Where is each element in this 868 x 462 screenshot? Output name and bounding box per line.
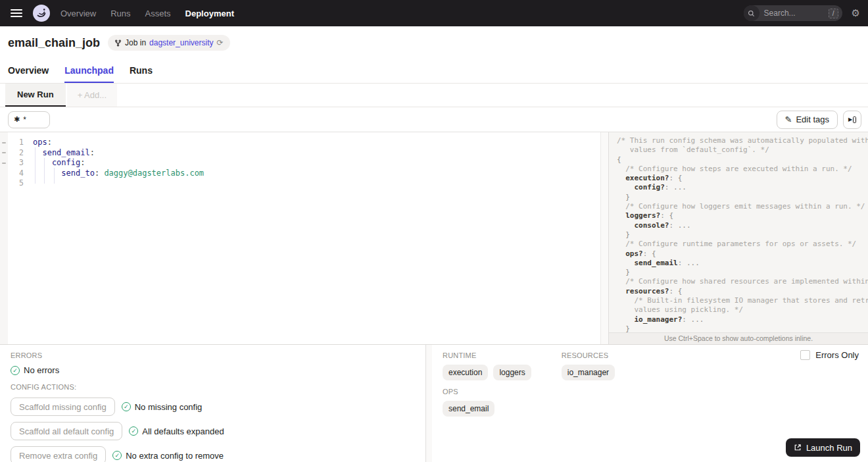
tag-group-resources: RESOURCESio_manager [562, 351, 615, 380]
schema-lines: /* This run config schema was automatica… [609, 132, 868, 334]
fold-marker [0, 148, 8, 159]
autocomplete-hint: Use Ctrl+Space to show auto-completions … [609, 332, 868, 344]
code-line: send_email: [33, 148, 600, 159]
nav-links: OverviewRunsAssetsDeployment [60, 9, 234, 18]
config-editor[interactable]: ops: send_email: config: send_to: daggy@… [28, 132, 600, 344]
config-action-status: ✓All defaults expanded [129, 426, 224, 436]
config-action-button[interactable]: Scaffold all default config [11, 422, 122, 440]
bottom-panel-splitter[interactable] [425, 345, 432, 462]
config-action-status: ✓No extra config to remove [112, 451, 224, 461]
tab-runs[interactable]: Runs [130, 65, 153, 83]
editor-schema-splitter[interactable] [600, 132, 608, 344]
fold-marker [0, 168, 8, 179]
schema-line: ops?: { [617, 249, 868, 259]
code-line [33, 178, 600, 189]
op-selection-input[interactable]: ✱ * [8, 111, 50, 128]
edit-tags-button[interactable]: ✎ Edit tags [777, 111, 838, 129]
editor-code-lines: ops: send_email: config: send_to: daggy@… [33, 138, 600, 189]
job-location-badge: Job in dagster_university ⟳ [108, 35, 229, 51]
nav-link-overview[interactable]: Overview [60, 9, 96, 18]
tag-group-label: RESOURCES [562, 351, 615, 359]
config-editor-workspace: 12345 ops: send_email: config: send_to: … [0, 132, 868, 344]
config-action-status: ✓No missing config [122, 402, 203, 412]
schema-line: /* Configure how loggers emit messages w… [617, 202, 868, 211]
errors-only-label: Errors Only [815, 350, 859, 360]
settings-gear-icon[interactable]: ⚙ [852, 7, 860, 19]
op-selection-value: * [23, 115, 26, 124]
tab-overview[interactable]: Overview [8, 65, 49, 83]
tag-pill[interactable]: loggers [493, 365, 531, 380]
bottom-panel: ERRORS ✓ No errors CONFIG ACTIONS: Scaff… [0, 344, 868, 462]
hamburger-menu-icon[interactable] [11, 9, 22, 17]
config-actions-label: CONFIG ACTIONS: [11, 383, 415, 391]
tag-pill[interactable]: io_manager [562, 365, 615, 380]
dagster-logo-icon[interactable] [33, 5, 50, 22]
refresh-icon[interactable]: ⟳ [216, 38, 223, 47]
expand-panel-icon: ▶ [848, 117, 852, 122]
config-action-button[interactable]: Remove extra config [11, 446, 106, 462]
schema-line: send_email: ... [617, 259, 868, 268]
line-number: 1 [8, 138, 24, 148]
tag-row-1: RUNTIMEexecutionloggersRESOURCESio_manag… [443, 351, 857, 380]
schema-line: /* Configure runtime parameters for ops … [617, 240, 868, 249]
code-line: config: [33, 158, 600, 168]
job-tabs: OverviewLaunchpadRuns [8, 65, 860, 83]
schema-line: resources?: { [617, 287, 868, 296]
schema-line: { [617, 155, 868, 165]
launch-icon [794, 444, 802, 451]
search-icon [744, 5, 760, 21]
schema-line: values from `default_config`. */ [617, 145, 868, 155]
add-config-tab-button[interactable]: + Add... [67, 84, 117, 107]
check-icon: ✓ [112, 451, 122, 460]
editor-fold-gutter[interactable] [0, 132, 8, 344]
schema-line: /* Configure how steps are executed with… [617, 165, 868, 174]
tab-launchpad[interactable]: Launchpad [64, 65, 114, 83]
config-actions-list: Scaffold missing config✓No missing confi… [11, 398, 415, 462]
search-shortcut-key: / [829, 9, 838, 18]
toggle-schema-panel-button[interactable]: ▶ [843, 111, 861, 129]
repo-link[interactable]: dagster_university [149, 38, 213, 47]
tag-group-label: OPS [443, 388, 494, 396]
config-sections-panel: RUNTIMEexecutionloggersRESOURCESio_manag… [432, 345, 868, 462]
errors-only-checkbox[interactable] [800, 350, 810, 360]
line-number: 3 [8, 158, 24, 168]
fold-marker [0, 138, 8, 148]
check-icon: ✓ [129, 426, 138, 436]
schema-line: console?: ... [617, 221, 868, 230]
launchpad-tab-strip: New Run + Add... [0, 84, 868, 107]
config-action-button[interactable]: Scaffold missing config [11, 398, 115, 416]
schema-line: /* This run config schema was automatica… [617, 136, 868, 145]
run-config-tab-new-run[interactable]: New Run [5, 84, 66, 107]
schema-line: } [617, 193, 868, 202]
pencil-icon: ✎ [785, 115, 792, 124]
config-action-row: Scaffold missing config✓No missing confi… [11, 398, 415, 416]
errors-label: ERRORS [11, 351, 415, 359]
tag-row-2: OPSsend_email [443, 388, 857, 417]
schema-line: } [617, 268, 868, 277]
tag-group-label: RUNTIME [443, 351, 531, 359]
op-graph-icon: ✱ [14, 115, 20, 124]
tag-pill[interactable]: send_email [443, 401, 494, 417]
schema-line: loggers?: { [617, 211, 868, 220]
schema-line: io_manager?: ... [617, 315, 868, 324]
tag-group-runtime: RUNTIMEexecutionloggers [443, 351, 531, 380]
schema-line: /* Configure how shared resources are im… [617, 277, 868, 286]
errors-only-control: Errors Only [800, 350, 859, 360]
top-navbar: OverviewRunsAssetsDeployment Search... /… [0, 0, 868, 26]
fold-marker [0, 178, 8, 189]
launch-run-button[interactable]: Launch Run [786, 438, 860, 457]
fold-marker [0, 158, 8, 168]
check-icon: ✓ [122, 402, 131, 411]
run-config-schema-panel[interactable]: /* This run config schema was automatica… [608, 132, 868, 344]
schema-line: execution?: { [617, 174, 868, 183]
global-search-input[interactable]: Search... / [744, 5, 842, 21]
schema-line: /* Built-in filesystem IO manager that s… [617, 296, 868, 305]
nav-link-assets[interactable]: Assets [145, 9, 171, 18]
job-badge-prefix: Job in [125, 38, 146, 47]
tag-pill[interactable]: execution [443, 365, 488, 380]
search-placeholder: Search... [760, 9, 829, 18]
errors-status: ✓ No errors [11, 365, 415, 375]
config-action-row: Scaffold all default config✓All defaults… [11, 422, 415, 440]
nav-link-runs[interactable]: Runs [110, 9, 130, 18]
nav-link-deployment[interactable]: Deployment [185, 9, 234, 18]
